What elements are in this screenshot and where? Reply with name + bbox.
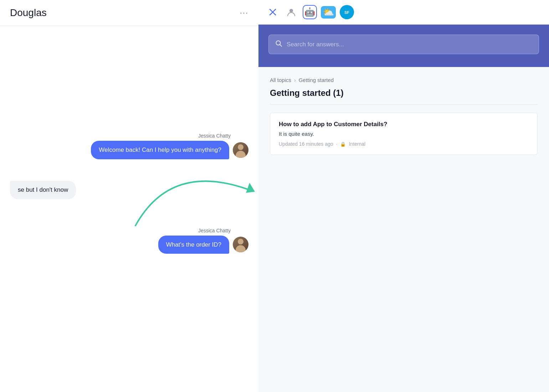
salesforce-icon: SF bbox=[340, 5, 354, 19]
avatar-1 bbox=[233, 142, 248, 158]
robot-icon: 🤖 bbox=[304, 7, 315, 17]
chat-panel: Douglas ··· Jessica Chatty Welcome back!… bbox=[0, 0, 258, 392]
svg-line-7 bbox=[280, 45, 282, 46]
agent-bubble-row-2: What's the order ID? bbox=[158, 236, 248, 254]
article-meta: Updated 16 minutes ago · 🔒 Internal bbox=[279, 141, 529, 147]
avatar-2 bbox=[233, 237, 248, 252]
agent-message-group-2: Jessica Chatty What's the order ID? bbox=[10, 228, 248, 254]
search-area bbox=[258, 25, 549, 67]
agent-bubble-1: Welcome back! Can I help you with anythi… bbox=[91, 141, 229, 159]
article-updated: Updated 16 minutes ago bbox=[279, 141, 333, 147]
section-title: Getting started (1) bbox=[270, 88, 538, 105]
close-button[interactable] bbox=[266, 5, 280, 19]
svg-point-3 bbox=[289, 9, 293, 12]
breadcrumb-all-topics[interactable]: All topics bbox=[270, 77, 291, 83]
agent-message-group-1: Jessica Chatty Welcome back! Can I help … bbox=[10, 133, 248, 159]
article-title: How to add App to Customer Details? bbox=[279, 121, 529, 128]
article-meta-dot: · bbox=[336, 141, 338, 147]
knowledge-panel: 🤖 ⛅ SF All topics › bbox=[258, 0, 549, 392]
article-excerpt: It is quite easy. bbox=[279, 131, 529, 137]
agent-name-1: Jessica Chatty bbox=[198, 133, 231, 139]
salesforce-button[interactable]: SF bbox=[340, 5, 354, 19]
agent-bubble-row-1: Welcome back! Can I help you with anythi… bbox=[91, 141, 248, 159]
breadcrumb-current: Getting started bbox=[299, 77, 334, 83]
weather-app-button[interactable]: ⛅ bbox=[321, 5, 335, 19]
search-box bbox=[268, 35, 539, 54]
svg-text:SF: SF bbox=[344, 10, 349, 15]
more-options-button[interactable]: ··· bbox=[240, 8, 248, 17]
search-icon bbox=[275, 40, 282, 49]
user-message-group-1: se but I don't know bbox=[10, 181, 248, 199]
lock-icon: 🔒 bbox=[340, 141, 346, 147]
breadcrumb: All topics › Getting started bbox=[270, 77, 538, 83]
agent-bubble-2: What's the order ID? bbox=[158, 236, 229, 254]
user-bubble-1: se but I don't know bbox=[10, 181, 76, 199]
agent-name-2: Jessica Chatty bbox=[198, 228, 231, 233]
weather-icon: ⛅ bbox=[321, 6, 336, 19]
breadcrumb-separator: › bbox=[294, 77, 296, 83]
chat-header: Douglas ··· bbox=[0, 0, 258, 26]
search-input[interactable] bbox=[287, 41, 532, 48]
article-visibility: Internal bbox=[349, 141, 365, 147]
article-card[interactable]: How to add App to Customer Details? It i… bbox=[270, 113, 538, 155]
chat-title: Douglas bbox=[10, 7, 47, 19]
toolbar: 🤖 ⛅ SF bbox=[258, 0, 549, 25]
person-icon-button[interactable] bbox=[284, 5, 298, 19]
content-area: All topics › Getting started Getting sta… bbox=[258, 67, 549, 392]
chat-messages: Jessica Chatty Welcome back! Can I help … bbox=[0, 26, 258, 392]
robot-app-button[interactable]: 🤖 bbox=[303, 5, 317, 19]
